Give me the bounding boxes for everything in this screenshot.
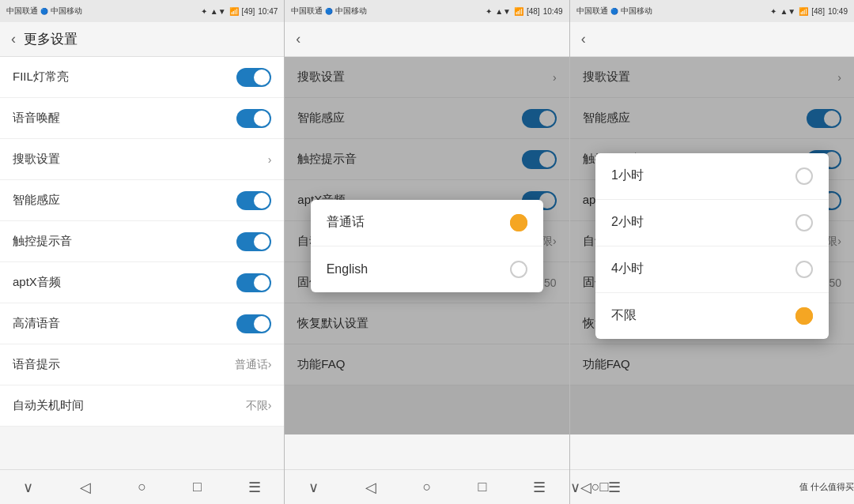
nav-back-icon[interactable]: ◁ xyxy=(580,479,591,496)
dialog-overlay[interactable]: 1小时2小时4小时不限 xyxy=(570,57,854,434)
nav-home-icon[interactable]: ○ xyxy=(138,479,146,495)
toggle-switch[interactable] xyxy=(236,109,271,128)
dialog-item[interactable]: 不限 xyxy=(595,293,829,339)
signal-icon: 📶 xyxy=(514,7,523,16)
settings-item[interactable]: 智能感应 xyxy=(0,180,284,221)
settings-item-label: 语音唤醒 xyxy=(13,111,60,126)
status-right: ✦ ▲▼ 📶 [48] 10:49 xyxy=(770,7,848,16)
radio-button[interactable] xyxy=(795,261,813,278)
back-button[interactable]: ‹ xyxy=(296,31,300,47)
settings-item-value[interactable]: 不限› xyxy=(246,399,272,413)
status-left: 中国联通 🔵 中国移动 xyxy=(291,6,367,17)
dialog-item[interactable]: English xyxy=(311,246,544,292)
settings-item-label: aptX音频 xyxy=(13,275,61,290)
status-bar: 中国联通 🔵 中国移动 ✦ ▲▼ 📶 [49] 10:47 xyxy=(0,0,284,22)
status-left: 中国联通 🔵 中国移动 xyxy=(576,6,652,17)
radio-button[interactable] xyxy=(510,214,527,231)
settings-item[interactable]: 语音唤醒 xyxy=(0,98,284,139)
nav-back-icon[interactable]: ◁ xyxy=(365,479,376,496)
dialog-overlay[interactable]: 普通话English xyxy=(285,57,569,434)
time-display: 10:47 xyxy=(258,7,278,16)
nav-back-icon[interactable]: ◁ xyxy=(80,479,91,496)
settings-item[interactable]: 语音提示普通话› xyxy=(0,344,284,386)
battery-icon: [48] xyxy=(811,7,825,16)
dialog-item-label: 不限 xyxy=(611,307,637,324)
dialog-item[interactable]: 4小时 xyxy=(595,246,829,293)
title-bar: ‹ 更多设置 xyxy=(0,22,284,57)
radio-button[interactable] xyxy=(795,307,813,325)
dialog-box: 1小时2小时4小时不限 xyxy=(595,153,829,339)
dialog-item-label: 4小时 xyxy=(611,261,644,277)
settings-item-label: 高清语音 xyxy=(13,316,60,331)
wifi-icon: ▲▼ xyxy=(495,7,511,16)
settings-list: FIIL灯常亮语音唤醒搜歌设置›智能感应触控提示音aptX音频高清语音语音提示普… xyxy=(0,57,284,427)
status-bar: 中国联通 🔵 中国移动 ✦ ▲▼ 📶 [48] 10:49 xyxy=(285,0,569,22)
back-button[interactable]: ‹ xyxy=(581,31,586,47)
nav-recent-icon[interactable]: □ xyxy=(193,479,202,495)
toggle-switch[interactable] xyxy=(236,191,271,210)
signal-icon: 📶 xyxy=(229,7,239,16)
settings-item-chevron[interactable]: › xyxy=(268,153,272,166)
battery-icon: [49] xyxy=(242,7,255,16)
nav-down-icon[interactable]: ∨ xyxy=(23,479,33,496)
dialog-box: 普通话English xyxy=(311,200,544,292)
battery-icon: [48] xyxy=(527,7,540,16)
dialog-item[interactable]: 2小时 xyxy=(595,200,829,246)
wifi-icon: ▲▼ xyxy=(210,7,226,16)
title-bar: ‹ xyxy=(570,22,854,57)
navigation-bar: ∨◁○□☰值 什么值得买 xyxy=(570,469,854,504)
toggle-switch[interactable] xyxy=(236,68,271,87)
toggle-switch[interactable] xyxy=(236,232,271,251)
nav-recent-icon[interactable]: □ xyxy=(478,479,486,495)
signal-icon: 📶 xyxy=(799,7,808,16)
bluetooth-icon: ✦ xyxy=(486,7,492,16)
nav-down-icon[interactable]: ∨ xyxy=(570,479,580,496)
wifi-icon: ▲▼ xyxy=(780,7,795,16)
settings-item-label: 搜歌设置 xyxy=(13,152,60,167)
settings-item-value[interactable]: 普通话› xyxy=(235,358,272,372)
phone-panel-2: 中国联通 🔵 中国移动 ✦ ▲▼ 📶 [48] 10:49 ‹ 搜歌设置›智能感… xyxy=(285,0,569,504)
nav-menu-icon[interactable]: ☰ xyxy=(608,479,621,496)
settings-item[interactable]: 自动关机时间不限› xyxy=(0,386,284,427)
settings-item-label: 智能感应 xyxy=(13,193,60,208)
settings-item[interactable]: 触控提示音 xyxy=(0,221,284,262)
status-right: ✦ ▲▼ 📶 [48] 10:49 xyxy=(486,7,563,16)
time-display: 10:49 xyxy=(543,7,563,16)
toggle-switch[interactable] xyxy=(236,314,271,333)
dialog-item-label: 普通话 xyxy=(327,214,365,231)
radio-button[interactable] xyxy=(510,261,527,278)
title-bar: ‹ xyxy=(285,22,569,57)
navigation-bar: ∨◁○□☰ xyxy=(0,469,284,504)
settings-item-label: FIIL灯常亮 xyxy=(13,70,69,85)
nav-menu-icon[interactable]: ☰ xyxy=(533,479,546,496)
phone-panel-3: 中国联通 🔵 中国移动 ✦ ▲▼ 📶 [48] 10:49 ‹ 搜歌设置›智能感… xyxy=(570,0,854,504)
nav-home-icon[interactable]: ○ xyxy=(591,479,600,495)
toggle-switch[interactable] xyxy=(236,273,271,292)
dialog-item[interactable]: 1小时 xyxy=(595,153,829,200)
settings-item[interactable]: aptX音频 xyxy=(0,262,284,303)
dialog-item[interactable]: 普通话 xyxy=(311,200,544,246)
nav-menu-icon[interactable]: ☰ xyxy=(248,479,261,496)
dialog-item-label: English xyxy=(327,262,368,276)
page-title: 更多设置 xyxy=(24,30,77,48)
navigation-bar: ∨◁○□☰ xyxy=(285,469,569,504)
status-left: 中国联通 🔵 中国移动 xyxy=(6,6,82,17)
bluetooth-icon: ✦ xyxy=(201,7,207,16)
bluetooth-icon: ✦ xyxy=(770,7,777,16)
settings-item-label: 语音提示 xyxy=(13,357,60,372)
chevron-icon: › xyxy=(268,153,272,166)
radio-button[interactable] xyxy=(795,167,813,185)
nav-recent-icon[interactable]: □ xyxy=(600,479,609,495)
nav-home-icon[interactable]: ○ xyxy=(423,479,432,495)
back-button[interactable]: ‹ xyxy=(11,31,16,47)
phone-panel-1: 中国联通 🔵 中国移动 ✦ ▲▼ 📶 [49] 10:47 ‹ 更多设置 FII… xyxy=(0,0,285,504)
settings-item[interactable]: 高清语音 xyxy=(0,303,284,344)
status-bar: 中国联通 🔵 中国移动 ✦ ▲▼ 📶 [48] 10:49 xyxy=(570,0,854,22)
settings-item[interactable]: 搜歌设置› xyxy=(0,139,284,180)
status-right: ✦ ▲▼ 📶 [49] 10:47 xyxy=(201,7,278,16)
nav-down-icon[interactable]: ∨ xyxy=(308,479,319,496)
settings-item[interactable]: FIIL灯常亮 xyxy=(0,57,284,98)
dialog-item-label: 1小时 xyxy=(611,167,644,184)
radio-button[interactable] xyxy=(795,214,813,231)
watermark-text: 值 什么值得买 xyxy=(799,481,854,493)
